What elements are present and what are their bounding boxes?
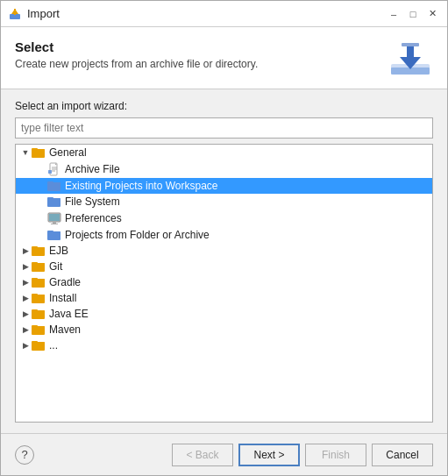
svg-rect-50 <box>32 342 45 350</box>
item-label-archive-file: Archive File <box>65 163 120 175</box>
item-label-more: ... <box>49 339 58 352</box>
item-icon-java-ee <box>32 308 49 320</box>
title-bar-left: Import <box>8 7 60 21</box>
item-label-projects-from-folder: Projects from Folder or Archive <box>65 229 210 241</box>
title-bar: Import – □ ✕ <box>1 1 447 27</box>
tree-item-general[interactable]: General <box>16 145 432 160</box>
dialog-title: Select <box>15 39 258 54</box>
window-title: Import <box>27 7 60 20</box>
item-label-git: Git <box>49 260 62 273</box>
item-icon-more <box>32 339 49 352</box>
expand-arrow-ejb[interactable] <box>19 245 32 257</box>
item-icon-install <box>32 292 49 304</box>
footer-left: ? <box>15 445 34 465</box>
tree-item-ejb[interactable]: EJB <box>16 243 432 259</box>
item-label-gradle: Gradle <box>49 276 81 288</box>
svg-rect-29 <box>47 231 60 239</box>
tree-item-git[interactable]: Git <box>16 259 432 274</box>
svg-rect-19 <box>47 182 60 190</box>
item-label-install: Install <box>49 292 76 304</box>
svg-rect-10 <box>32 149 45 157</box>
item-label-java-ee: Java EE <box>49 308 89 320</box>
tree-item-archive-file[interactable]: Archive File <box>16 160 432 178</box>
title-controls: – □ ✕ <box>386 6 440 22</box>
item-label-file-system: File System <box>65 195 120 208</box>
svg-rect-24 <box>49 214 60 221</box>
help-button[interactable]: ? <box>15 445 34 465</box>
item-icon-archive-file <box>47 162 65 176</box>
tree-item-gradle[interactable]: Gradle <box>16 274 432 290</box>
item-icon-maven <box>32 323 49 336</box>
expand-arrow-git[interactable] <box>19 260 32 273</box>
header-text: Select Create new projects from an archi… <box>15 39 258 70</box>
svg-rect-26 <box>51 224 58 224</box>
item-icon-general <box>32 146 49 159</box>
tree-container[interactable]: General Archive File Existing Projects i… <box>15 144 433 423</box>
content-area: Select an import wizard: General Archive… <box>1 89 447 433</box>
item-label-ejb: EJB <box>49 245 68 257</box>
item-icon-existing-projects <box>47 180 65 192</box>
footer-right: < Back Next > Finish Cancel <box>172 444 433 466</box>
tree-item-existing-projects[interactable]: Existing Projects into Workspace <box>16 178 432 194</box>
item-icon-git <box>32 260 49 273</box>
item-label-maven: Maven <box>49 323 81 336</box>
tree-item-java-ee[interactable]: Java EE <box>16 306 432 322</box>
header-import-icon <box>388 39 433 78</box>
tree-item-file-system[interactable]: File System <box>16 194 432 210</box>
item-icon-gradle <box>32 276 49 288</box>
expand-arrow-gradle[interactable] <box>19 276 32 288</box>
svg-rect-7 <box>402 43 419 46</box>
tree-item-preferences[interactable]: Preferences <box>16 210 432 227</box>
item-icon-ejb <box>32 245 49 257</box>
dialog-subtitle: Create new projects from an archive file… <box>15 58 258 70</box>
maximize-button[interactable]: □ <box>405 6 421 22</box>
back-button[interactable]: < Back <box>172 444 233 466</box>
svg-rect-25 <box>53 222 56 224</box>
next-button[interactable]: Next > <box>238 444 300 466</box>
filter-input[interactable] <box>15 117 433 139</box>
svg-rect-47 <box>32 326 45 334</box>
svg-rect-16 <box>48 170 52 174</box>
expand-arrow-more[interactable] <box>19 339 32 352</box>
footer: ? < Back Next > Finish Cancel <box>1 433 447 475</box>
expand-arrow-install[interactable] <box>19 292 32 304</box>
import-dialog: Import – □ ✕ Select Create new projects … <box>0 0 448 476</box>
expand-arrow-java-ee[interactable] <box>19 308 32 320</box>
item-icon-projects-from-folder <box>47 229 65 241</box>
expand-arrow-maven[interactable] <box>19 323 32 336</box>
tree-item-projects-from-folder[interactable]: Projects from Folder or Archive <box>16 227 432 243</box>
item-label-preferences: Preferences <box>65 212 122 224</box>
minimize-button[interactable]: – <box>386 6 402 22</box>
item-icon-preferences <box>47 211 65 225</box>
expand-arrow-general[interactable] <box>19 146 32 159</box>
tree-item-maven[interactable]: Maven <box>16 322 432 337</box>
item-label-general: General <box>49 146 87 159</box>
svg-rect-35 <box>32 263 45 271</box>
window-icon <box>8 7 22 21</box>
wizard-label: Select an import wizard: <box>15 100 433 112</box>
svg-rect-44 <box>32 310 45 318</box>
tree-item-more[interactable]: ... <box>16 337 432 353</box>
finish-button[interactable]: Finish <box>305 444 366 466</box>
svg-rect-22 <box>47 198 60 206</box>
tree-item-install[interactable]: Install <box>16 290 432 306</box>
item-label-existing-projects: Existing Projects into Workspace <box>65 180 218 192</box>
cancel-button[interactable]: Cancel <box>372 444 433 466</box>
svg-rect-38 <box>32 279 45 287</box>
svg-rect-32 <box>32 247 45 255</box>
svg-rect-41 <box>32 295 45 302</box>
close-button[interactable]: ✕ <box>424 6 440 22</box>
header-section: Select Create new projects from an archi… <box>1 27 447 89</box>
item-icon-file-system <box>47 195 65 208</box>
